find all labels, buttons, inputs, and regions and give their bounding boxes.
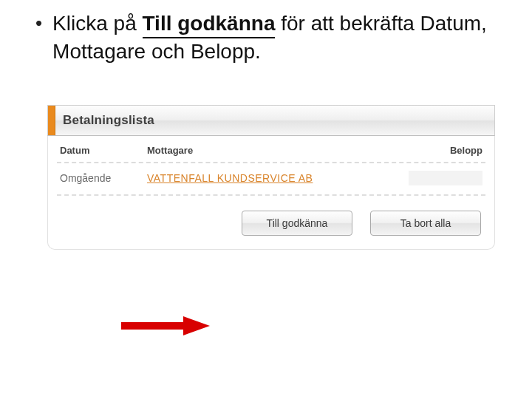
remove-all-button[interactable]: Ta bort alla xyxy=(370,211,481,236)
svg-marker-1 xyxy=(183,316,210,335)
approve-button[interactable]: Till godkänna xyxy=(242,211,352,236)
column-header-belopp: Belopp xyxy=(409,145,482,156)
cell-datum: Omgående xyxy=(60,172,147,184)
table-row: Omgående VATTENFALL KUNDSERVICE AB xyxy=(57,163,485,196)
instruction-text: Klicka på Till godkänna för att bekräfta… xyxy=(52,10,495,65)
recipient-link[interactable]: VATTENFALL KUNDSERVICE AB xyxy=(147,172,313,184)
instruction-prefix: Klicka på xyxy=(52,12,142,35)
cell-belopp xyxy=(409,171,482,185)
panel-accent-bar xyxy=(48,106,55,135)
instruction-bullet: • Klicka på Till godkänna för att bekräf… xyxy=(35,10,495,65)
panel-header: Betalningslista xyxy=(47,105,495,136)
panel-body: Datum Mottagare Belopp Omgående VATTENFA… xyxy=(47,136,495,250)
red-arrow-icon xyxy=(121,316,210,335)
bullet-dot-icon: • xyxy=(35,12,42,34)
instruction-emphasis: Till godkänna xyxy=(143,10,276,38)
svg-rect-0 xyxy=(121,322,183,330)
panel-title: Betalningslista xyxy=(63,113,154,128)
column-header-mottagare: Mottagare xyxy=(147,145,409,156)
payment-list-panel: Betalningslista Datum Mottagare Belopp O… xyxy=(47,105,495,250)
button-row: Till godkänna Ta bort alla xyxy=(57,196,485,236)
column-header-datum: Datum xyxy=(60,145,147,156)
cell-mottagare: VATTENFALL KUNDSERVICE AB xyxy=(147,172,409,184)
column-header-row: Datum Mottagare Belopp xyxy=(57,136,485,163)
